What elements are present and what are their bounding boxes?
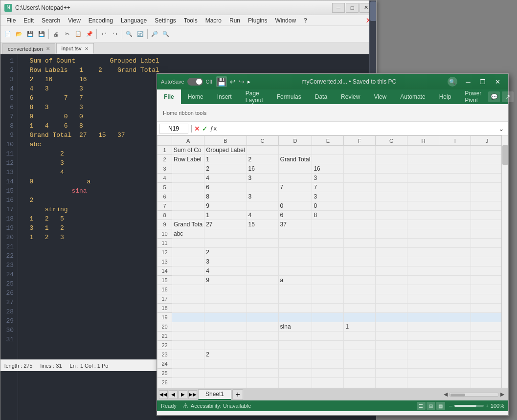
cell[interactable] <box>439 183 471 192</box>
cell[interactable] <box>312 313 344 322</box>
cell[interactable]: a <box>278 276 312 285</box>
cell[interactable] <box>172 266 204 276</box>
excel-minimize-button[interactable]: ─ <box>461 76 475 88</box>
cell[interactable]: Sum of Co <box>172 146 204 155</box>
cell[interactable] <box>278 239 312 248</box>
cell[interactable] <box>344 229 376 239</box>
cell[interactable] <box>376 257 407 266</box>
cell[interactable] <box>247 369 278 378</box>
cell[interactable] <box>344 350 376 359</box>
cell[interactable] <box>439 174 471 183</box>
sheet-nav-first[interactable]: ◀◀ <box>159 390 168 399</box>
cell[interactable] <box>172 350 204 359</box>
cell[interactable] <box>407 266 439 276</box>
col-header-f[interactable]: F <box>344 136 376 146</box>
cell[interactable] <box>376 378 407 387</box>
cell[interactable] <box>376 313 407 322</box>
cell[interactable]: abc <box>172 229 204 239</box>
cell[interactable] <box>312 285 344 294</box>
cell[interactable]: 3 <box>312 192 344 201</box>
cell[interactable] <box>172 387 204 388</box>
cell[interactable] <box>312 369 344 378</box>
cell[interactable] <box>278 248 312 257</box>
cell[interactable] <box>344 201 376 211</box>
cell[interactable] <box>439 239 471 248</box>
cell[interactable]: 3 <box>312 174 344 183</box>
cell[interactable] <box>376 229 407 239</box>
col-header-a[interactable]: A <box>172 136 204 146</box>
cell[interactable] <box>376 192 407 201</box>
cell[interactable] <box>172 257 204 266</box>
notepad-minimize-button[interactable]: ─ <box>332 3 345 13</box>
cell[interactable] <box>278 164 312 174</box>
cell[interactable] <box>344 304 376 313</box>
cell[interactable] <box>312 239 344 248</box>
cell[interactable] <box>439 359 471 369</box>
cell[interactable] <box>278 192 312 201</box>
cell[interactable] <box>376 239 407 248</box>
cell[interactable] <box>439 387 471 388</box>
cell[interactable] <box>344 341 376 350</box>
cell[interactable] <box>172 322 204 332</box>
toolbar-save[interactable]: 💾 <box>25 29 36 40</box>
cell[interactable] <box>439 378 471 387</box>
cell[interactable] <box>439 211 471 220</box>
menu-help[interactable]: ? <box>300 16 311 25</box>
menu-file[interactable]: File <box>2 16 20 25</box>
menu-search[interactable]: Search <box>38 16 64 25</box>
cell[interactable] <box>471 359 503 369</box>
cell[interactable] <box>407 332 439 341</box>
excel-search-icon[interactable]: 🔍 <box>448 77 457 87</box>
cell[interactable]: 1 <box>204 211 247 220</box>
cell[interactable] <box>204 285 247 294</box>
cell[interactable] <box>172 183 204 192</box>
cell[interactable] <box>278 350 312 359</box>
ribbon-tab-view[interactable]: View <box>367 89 393 104</box>
cell[interactable] <box>471 257 503 266</box>
cell[interactable] <box>407 350 439 359</box>
cell[interactable] <box>172 332 204 341</box>
cell[interactable]: 7 <box>278 183 312 192</box>
ribbon-comment-icon[interactable]: 💬 <box>488 91 500 102</box>
cell[interactable] <box>376 183 407 192</box>
cell[interactable] <box>172 239 204 248</box>
ribbon-tab-power-pivot[interactable]: Power Pivot <box>458 89 488 104</box>
sheet-nav-last[interactable]: ▶▶ <box>188 390 197 399</box>
cell[interactable] <box>471 229 503 239</box>
cell[interactable] <box>344 313 376 322</box>
cell[interactable] <box>204 304 247 313</box>
cell[interactable] <box>312 322 344 332</box>
cell[interactable] <box>407 201 439 211</box>
menu-macro[interactable]: Macro <box>202 16 225 25</box>
cell[interactable] <box>172 192 204 201</box>
cell[interactable] <box>312 304 344 313</box>
cell[interactable] <box>439 294 471 304</box>
confirm-formula-icon[interactable]: ✓ <box>202 125 208 133</box>
cell[interactable] <box>439 266 471 276</box>
ribbon-tab-review[interactable]: Review <box>334 89 367 104</box>
col-header-i[interactable]: I <box>439 136 471 146</box>
menu-edit[interactable]: Edit <box>20 16 38 25</box>
toolbar-save-all[interactable]: 💾 <box>36 29 47 40</box>
cell[interactable] <box>247 378 278 387</box>
cell[interactable] <box>204 369 247 378</box>
cell[interactable] <box>471 304 503 313</box>
cell[interactable] <box>172 248 204 257</box>
ribbon-tab-data[interactable]: Data <box>308 89 334 104</box>
cell[interactable] <box>344 211 376 220</box>
cell[interactable]: Grand Tota <box>172 220 204 229</box>
cell[interactable] <box>439 276 471 285</box>
col-header-h[interactable]: H <box>407 136 439 146</box>
zoom-out-btn[interactable]: ─ <box>449 403 452 409</box>
cell[interactable] <box>407 183 439 192</box>
cell[interactable] <box>376 285 407 294</box>
cell[interactable] <box>407 211 439 220</box>
cell[interactable] <box>344 276 376 285</box>
cell[interactable] <box>407 359 439 369</box>
cell[interactable] <box>278 369 312 378</box>
cell[interactable] <box>312 350 344 359</box>
cell[interactable] <box>278 266 312 276</box>
excel-close-button[interactable]: ✕ <box>491 76 504 88</box>
cell[interactable] <box>344 183 376 192</box>
sheet-nav-next[interactable]: ▶ <box>179 390 187 399</box>
